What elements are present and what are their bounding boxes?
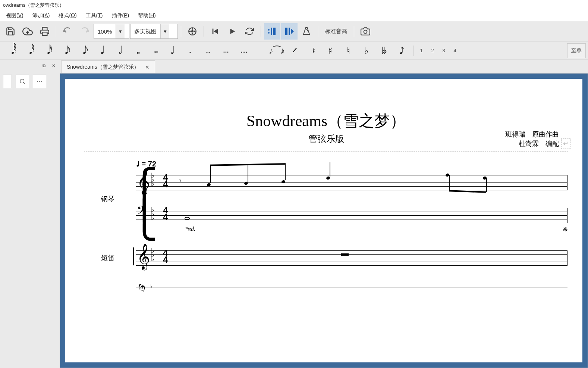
view-mode-combo[interactable]: 多页视图 ▾ bbox=[130, 24, 178, 39]
note-8th-b[interactable]: 𝅘𝅥𝅮 bbox=[74, 43, 92, 58]
svg-rect-15 bbox=[289, 28, 290, 35]
screenshot-button[interactable] bbox=[357, 23, 374, 40]
note-quarter[interactable]: 𝅘𝅥 bbox=[92, 43, 110, 58]
metronome-button[interactable] bbox=[298, 23, 315, 40]
premium-button[interactable]: 至尊 bbox=[567, 43, 586, 58]
staff-piano-treble[interactable]: 𝄞 ♭♭♭ 44 𝄾 bbox=[121, 174, 575, 191]
time-signature: 44 bbox=[163, 250, 168, 263]
note-32nd[interactable]: 𝅘𝅥𝅱 bbox=[20, 43, 38, 58]
menu-help[interactable]: 帮助(H) bbox=[133, 11, 160, 21]
menu-bar: 视图(V) 添加(A) 格式(O) 工具(T) 插件(P) 帮助(H) bbox=[0, 10, 588, 21]
tab-close-icon[interactable]: ✕ bbox=[145, 64, 150, 70]
score-subtitle: 管弦乐版 bbox=[92, 133, 560, 145]
score-page: Snowdreams（雪之梦） 管弦乐版 班得瑞 原曲作曲 杜澍霖 编配 ↵ ♩… bbox=[65, 79, 582, 362]
menu-add[interactable]: 添加(A) bbox=[28, 11, 54, 21]
rest-button[interactable]: 𝄽 bbox=[304, 43, 321, 58]
undock-icon[interactable]: ⧉ bbox=[40, 62, 48, 69]
left-panel: ⧉ ✕ ⋯ bbox=[0, 60, 60, 368]
zoom-combo[interactable]: 100% ▾ bbox=[94, 24, 129, 39]
score-title: Snowdreams（雪之梦） bbox=[92, 110, 560, 131]
dot-3[interactable]: … bbox=[217, 43, 235, 58]
staff-partial[interactable]: 𝄞 ♭ bbox=[121, 284, 575, 291]
svg-marker-8 bbox=[214, 29, 218, 34]
play-button[interactable] bbox=[224, 23, 240, 40]
menu-view[interactable]: 视图(V) bbox=[1, 11, 28, 21]
undo-button[interactable] bbox=[59, 23, 76, 40]
svg-point-10 bbox=[268, 29, 270, 31]
svg-point-4 bbox=[194, 31, 195, 32]
search-button[interactable] bbox=[16, 75, 29, 88]
note-half[interactable]: 𝅗𝅥 bbox=[110, 43, 128, 58]
natural-button[interactable]: ♮ bbox=[339, 43, 357, 58]
tempo-marking[interactable]: ♩ = 72 bbox=[136, 159, 575, 168]
svg-rect-14 bbox=[285, 28, 287, 35]
treble-clef-icon: 𝄞 bbox=[137, 244, 150, 269]
double-flat-button[interactable]: 𝄫 bbox=[375, 43, 393, 58]
dot-2[interactable]: ‥ bbox=[199, 43, 217, 58]
flip-button[interactable]: 𝅘𝅥⤴ bbox=[393, 43, 411, 58]
note-8th[interactable]: 𝅘𝅥𝅯 bbox=[56, 43, 74, 58]
note[interactable] bbox=[244, 181, 248, 185]
svg-rect-12 bbox=[271, 28, 272, 35]
note[interactable] bbox=[326, 176, 330, 180]
save-button[interactable] bbox=[2, 23, 19, 40]
score-view[interactable]: Snowdreams（雪之梦） 管弦乐版 班得瑞 原曲作曲 杜澍霖 编配 ↵ ♩… bbox=[60, 73, 588, 368]
sharp-button[interactable]: ♯ bbox=[321, 43, 339, 58]
note-breve[interactable]: 𝅜 bbox=[145, 43, 163, 58]
svg-point-18 bbox=[364, 30, 367, 34]
tie-button[interactable]: ♪⁀♪ bbox=[268, 43, 286, 58]
svg-point-2 bbox=[192, 31, 193, 32]
close-panel-icon[interactable]: ✕ bbox=[50, 62, 57, 69]
svg-marker-16 bbox=[291, 28, 294, 34]
dropdown-arrow-icon: ▾ bbox=[160, 24, 169, 38]
svg-rect-7 bbox=[213, 29, 214, 34]
note[interactable] bbox=[281, 180, 286, 184]
flat-button[interactable]: ♭ bbox=[357, 43, 375, 58]
title-bar: owdreams（雪之梦管弦乐） bbox=[0, 0, 588, 10]
window-title: owdreams（雪之梦管弦乐） bbox=[3, 2, 64, 9]
loop-button[interactable] bbox=[241, 23, 258, 40]
redo-button[interactable] bbox=[76, 23, 93, 40]
svg-rect-13 bbox=[273, 28, 276, 35]
note-whole[interactable]: 𝅝 bbox=[128, 43, 145, 58]
note-64th[interactable]: 𝅘𝅥𝅲 bbox=[2, 43, 20, 58]
print-button[interactable] bbox=[37, 23, 53, 40]
voice-2[interactable]: 2 bbox=[428, 46, 437, 56]
repeat-start-button[interactable] bbox=[264, 23, 280, 40]
svg-point-5 bbox=[189, 31, 190, 32]
document-tab[interactable]: Snowdreams（雪之梦管弦乐） ✕ bbox=[61, 60, 155, 73]
key-signature: ♭♭♭ bbox=[151, 249, 154, 261]
menu-format[interactable]: 格式(O) bbox=[54, 11, 81, 21]
cloud-button[interactable] bbox=[19, 23, 36, 40]
instrument-label-piccolo: 短笛 bbox=[84, 253, 121, 262]
more-button[interactable]: ⋯ bbox=[33, 75, 46, 88]
voice-3[interactable]: 3 bbox=[439, 46, 449, 56]
voice-1[interactable]: 1 bbox=[416, 46, 426, 56]
panel-dropdown[interactable] bbox=[3, 75, 12, 88]
rewind-button[interactable] bbox=[207, 23, 223, 40]
note-16th[interactable]: 𝅘𝅥𝅰 bbox=[38, 43, 56, 58]
note-toolbar: 𝅘𝅥𝅲 𝅘𝅥𝅱 𝅘𝅥𝅰 𝅘𝅥𝅯 𝅘𝅥𝅮 𝅘𝅥 𝅗𝅥 𝅝 𝅜 𝅗𝅥. . ‥ … … bbox=[0, 42, 588, 60]
linebreak-marker[interactable]: ↵ bbox=[561, 138, 570, 149]
tab-bar: Snowdreams（雪之梦管弦乐） ✕ bbox=[60, 60, 588, 73]
title-frame[interactable]: Snowdreams（雪之梦） 管弦乐版 班得瑞 原曲作曲 杜澍霖 编配 bbox=[84, 105, 568, 152]
menu-tools[interactable]: 工具(T) bbox=[81, 11, 107, 21]
repeat-end-button[interactable] bbox=[281, 23, 298, 40]
note-dotted-half[interactable]: 𝅗𝅥. bbox=[163, 43, 181, 58]
tab-label: Snowdreams（雪之梦管弦乐） bbox=[67, 64, 139, 71]
menu-plugins[interactable]: 插件(P) bbox=[107, 11, 134, 21]
dot-1[interactable]: . bbox=[181, 43, 199, 58]
dot-4[interactable]: …. bbox=[235, 43, 253, 58]
main-toolbar: 100% ▾ 多页视图 ▾ 标准音高 bbox=[0, 21, 588, 42]
svg-point-19 bbox=[20, 79, 24, 83]
slur-button[interactable]: 𝄍 bbox=[286, 43, 304, 58]
staff-piano-bass[interactable]: 𝄢 ♭♭♭ 44 𝆮ed. ❋ bbox=[121, 206, 575, 224]
voice-4[interactable]: 4 bbox=[450, 46, 460, 56]
svg-point-3 bbox=[192, 28, 193, 29]
staff-piccolo[interactable]: 𝄞 ♭♭♭ 44 bbox=[121, 249, 575, 267]
key-signature: ♭♭♭ bbox=[151, 174, 154, 185]
note[interactable] bbox=[207, 183, 211, 187]
svg-line-20 bbox=[23, 82, 25, 84]
whole-note[interactable] bbox=[185, 217, 190, 220]
mixer-button[interactable] bbox=[184, 23, 201, 40]
